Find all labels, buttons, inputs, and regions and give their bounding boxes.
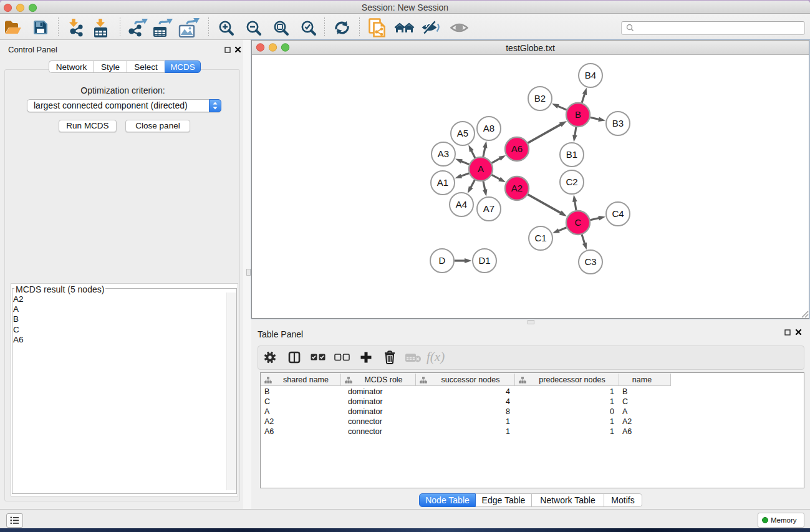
- svg-text:C2: C2: [566, 177, 577, 187]
- svg-text:B1: B1: [566, 149, 577, 160]
- svg-text:D1: D1: [478, 255, 490, 266]
- svg-text:A4: A4: [456, 199, 467, 210]
- svg-text:A6: A6: [511, 143, 523, 154]
- svg-text:C: C: [575, 217, 582, 228]
- svg-text:D: D: [439, 255, 446, 266]
- svg-text:C1: C1: [534, 233, 546, 243]
- svg-text:B3: B3: [612, 118, 624, 128]
- svg-text:C3: C3: [584, 256, 596, 267]
- svg-text:A1: A1: [437, 177, 448, 188]
- svg-text:A7: A7: [483, 203, 494, 214]
- svg-text:B4: B4: [585, 70, 596, 80]
- svg-text:A: A: [478, 163, 484, 174]
- svg-text:C4: C4: [612, 208, 624, 219]
- svg-text:A2: A2: [511, 183, 523, 193]
- svg-text:B2: B2: [534, 93, 546, 104]
- svg-text:A5: A5: [457, 128, 468, 138]
- svg-text:A3: A3: [438, 148, 449, 159]
- svg-text:B: B: [575, 109, 581, 120]
- svg-text:A8: A8: [483, 123, 494, 133]
